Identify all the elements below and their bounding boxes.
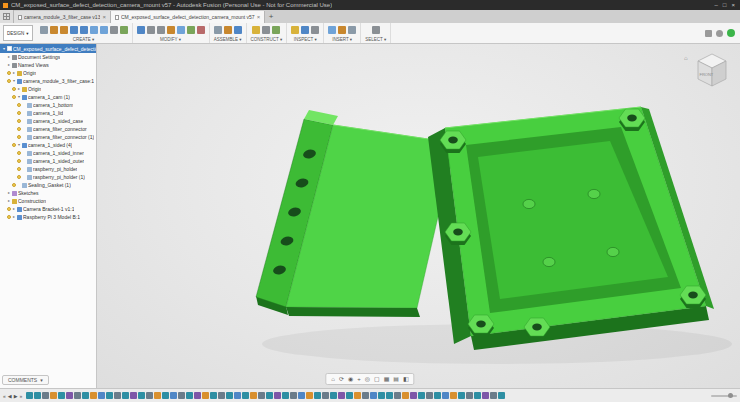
visibility-bulb-icon[interactable] — [17, 119, 21, 123]
loft-icon[interactable] — [100, 26, 108, 34]
measure-icon[interactable] — [291, 26, 299, 34]
visibility-bulb-icon[interactable] — [7, 215, 11, 219]
timeline-feature-icon[interactable] — [314, 392, 321, 399]
visibility-bulb-icon[interactable] — [12, 95, 16, 99]
visibility-bulb-icon[interactable] — [7, 79, 11, 83]
timeline-feature-icon[interactable] — [74, 392, 81, 399]
visibility-bulb-icon[interactable] — [7, 71, 11, 75]
toolbar-group-label[interactable]: CONSTRUCT ▾ — [251, 37, 283, 42]
expand-chevron-icon[interactable]: ▸ — [7, 61, 11, 69]
revolve-icon[interactable] — [80, 26, 88, 34]
press-pull-icon[interactable] — [137, 26, 145, 34]
expand-chevron-icon[interactable]: ▸ — [7, 53, 11, 61]
visibility-bulb-icon[interactable] — [12, 87, 16, 91]
expand-chevron-icon[interactable]: ▾ — [2, 45, 6, 53]
browser-tree-item[interactable]: ▾camera_module_3_filter_case:1 — [0, 77, 96, 85]
display-settings-icon[interactable]: ▦ — [384, 375, 390, 383]
timeline-feature-icon[interactable] — [138, 392, 145, 399]
browser-tree-item[interactable]: camera_1_lid — [0, 109, 96, 117]
timeline-feature-icon[interactable] — [130, 392, 137, 399]
joint-icon[interactable] — [224, 26, 232, 34]
timeline-feature-icon[interactable] — [426, 392, 433, 399]
browser-tree-item[interactable]: camera_1_sided_inner — [0, 149, 96, 157]
view-cube-graphic[interactable]: FRONT — [684, 47, 734, 95]
visibility-bulb-icon[interactable] — [12, 183, 16, 187]
timeline-feature-icon[interactable] — [202, 392, 209, 399]
shell-icon[interactable] — [167, 26, 175, 34]
minimize-button[interactable]: – — [715, 2, 718, 8]
close-icon[interactable]: × — [102, 14, 106, 20]
timeline-feature-icon[interactable] — [354, 392, 361, 399]
timeline-feature-icon[interactable] — [26, 392, 33, 399]
view-cube[interactable]: ⌂ FRONT — [684, 47, 734, 95]
toolbar-group-label[interactable]: ASSEMBLE ▾ — [214, 37, 242, 42]
timeline-feature-icon[interactable] — [234, 392, 241, 399]
timeline-feature-icon[interactable] — [122, 392, 129, 399]
timeline-zoom-knob[interactable] — [728, 393, 733, 398]
timeline-start-icon[interactable]: « — [3, 392, 6, 400]
zoom-icon[interactable]: ◎ — [365, 375, 370, 383]
expand-chevron-icon[interactable]: ▸ — [12, 69, 16, 77]
layout-grid-icon[interactable]: ▤ — [393, 375, 399, 383]
visibility-bulb-icon[interactable] — [17, 103, 21, 107]
pan-icon[interactable]: + — [357, 375, 361, 383]
document-tab[interactable]: camera_module_3_filter_case v13× — [14, 11, 111, 23]
browser-tree-item[interactable]: camera_filter_connector — [0, 125, 96, 133]
visibility-bulb-icon[interactable] — [17, 159, 21, 163]
construction-point-icon[interactable] — [272, 26, 280, 34]
timeline-feature-icon[interactable] — [42, 392, 49, 399]
timeline-feature-icon[interactable] — [450, 392, 457, 399]
combine-icon[interactable] — [177, 26, 185, 34]
toolbar-group-label[interactable]: CREATE ▾ — [73, 37, 94, 42]
offset-plane-icon[interactable] — [252, 26, 260, 34]
timeline-feature-icon[interactable] — [274, 392, 281, 399]
interference-icon[interactable] — [311, 26, 319, 34]
data-panel-toggle-button[interactable] — [0, 10, 14, 23]
timeline-feature-icon[interactable] — [362, 392, 369, 399]
timeline-feature-icon[interactable] — [210, 392, 217, 399]
visibility-bulb-icon[interactable] — [12, 143, 16, 147]
timeline-feature-icon[interactable] — [498, 392, 505, 399]
browser-tree-item[interactable]: ▸Sketches — [0, 189, 96, 197]
timeline-end-icon[interactable]: » — [20, 392, 23, 400]
timeline-feature-icon[interactable] — [458, 392, 465, 399]
browser-tree-item[interactable]: ▸Origin — [0, 69, 96, 77]
new-component-icon[interactable] — [214, 26, 222, 34]
timeline-zoom-slider[interactable] — [711, 395, 737, 397]
expand-chevron-icon[interactable]: ▸ — [17, 85, 21, 93]
comments-panel-toggle[interactable]: COMMENTS ▾ — [2, 375, 49, 385]
timeline-feature-icon[interactable] — [50, 392, 57, 399]
timeline-feature-icon[interactable] — [66, 392, 73, 399]
new-tab-button[interactable]: + — [265, 11, 277, 23]
model-viewport[interactable]: ⌂ FRONT — [97, 44, 740, 388]
fillet-icon[interactable] — [147, 26, 155, 34]
expand-chevron-icon[interactable]: ▾ — [17, 93, 21, 101]
expand-chevron-icon[interactable]: ▸ — [7, 189, 11, 197]
box-icon[interactable] — [50, 26, 58, 34]
timeline-feature-icon[interactable] — [186, 392, 193, 399]
timeline-feature-icon[interactable] — [58, 392, 65, 399]
timeline-feature-icon[interactable] — [218, 392, 225, 399]
expand-chevron-icon[interactable]: ▾ — [17, 141, 21, 149]
insert-derive-icon[interactable] — [328, 26, 336, 34]
visibility-bulb-icon[interactable] — [17, 111, 21, 115]
browser-tree-item[interactable]: ▸Construction — [0, 197, 96, 205]
expand-chevron-icon[interactable]: ▸ — [12, 213, 16, 221]
browser-tree-item[interactable]: raspberry_pi_holder (1) — [0, 173, 96, 181]
expand-chevron-icon[interactable]: ▸ — [12, 205, 16, 213]
timeline-feature-icon[interactable] — [242, 392, 249, 399]
viewports-icon[interactable]: ◧ — [403, 375, 409, 383]
timeline-step-back-icon[interactable]: ◀ — [8, 392, 12, 400]
user-avatar[interactable] — [727, 29, 735, 37]
timeline-play-icon[interactable]: ▶ — [14, 392, 18, 400]
timeline-feature-icon[interactable] — [282, 392, 289, 399]
timeline-feature-icon[interactable] — [250, 392, 257, 399]
chamfer-icon[interactable] — [157, 26, 165, 34]
visibility-bulb-icon[interactable] — [17, 175, 21, 179]
timeline-feature-icon[interactable] — [386, 392, 393, 399]
offset-face-icon[interactable] — [187, 26, 195, 34]
browser-tree-item[interactable]: ▸Named Views — [0, 61, 96, 69]
notifications-icon[interactable] — [716, 30, 723, 37]
timeline-feature-icon[interactable] — [290, 392, 297, 399]
sweep-icon[interactable] — [90, 26, 98, 34]
